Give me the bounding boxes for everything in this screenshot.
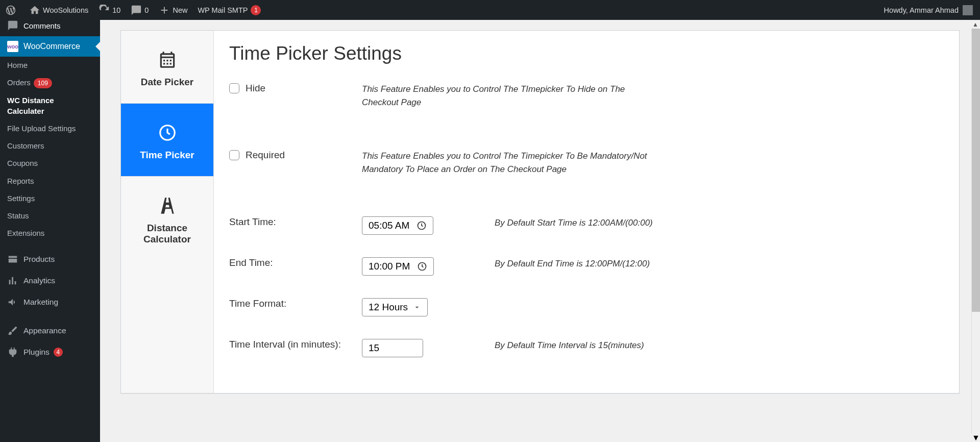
submenu-customers[interactable]: Customers xyxy=(0,137,100,155)
sidebar-label: Products xyxy=(23,255,55,264)
wp-mail-smtp-link[interactable]: WP Mail SMTP 1 xyxy=(192,0,266,20)
submenu-status[interactable]: Status xyxy=(0,207,100,225)
start-time-value: 05:05 AM xyxy=(369,220,409,231)
clock-icon xyxy=(416,220,427,231)
tab-label: Time Picker xyxy=(126,150,208,161)
updates-count: 10 xyxy=(112,6,120,14)
submenu-reports[interactable]: Reports xyxy=(0,173,100,190)
tab-label: Date Picker xyxy=(126,77,208,88)
required-help: This Feature Enables you to Control The … xyxy=(362,150,648,176)
calendar-icon xyxy=(158,50,177,69)
row-start-time: Start Time: 05:05 AM By Default Start Ti… xyxy=(229,196,944,250)
updates-link[interactable]: 10 xyxy=(93,0,126,20)
start-time-label: Start Time: xyxy=(229,216,362,228)
end-time-value: 10:00 PM xyxy=(369,261,410,272)
sidebar-label: WooCommerce xyxy=(23,42,80,51)
time-interval-input[interactable]: 15 xyxy=(362,339,423,357)
sidebar-item-analytics[interactable]: Analytics xyxy=(0,270,100,291)
submenu-home[interactable]: Home xyxy=(0,57,100,74)
sidebar-item-comments[interactable]: Comments xyxy=(0,20,100,36)
settings-tabs: Date Picker Time Picker Distance Calcula… xyxy=(121,31,214,393)
submenu-file-upload[interactable]: File Upload Settings xyxy=(0,120,100,137)
row-hide: Hide This Feature Enables you to Control… xyxy=(229,76,944,129)
row-required: Required This Feature Enables you to Con… xyxy=(229,129,944,196)
submenu-extensions[interactable]: Extensions xyxy=(0,225,100,242)
plugins-badge: 4 xyxy=(54,348,63,357)
orders-badge: 109 xyxy=(34,78,52,88)
sidebar-item-products[interactable]: Products xyxy=(0,249,100,270)
submenu-settings[interactable]: Settings xyxy=(0,190,100,207)
row-time-interval: Time Interval (in minutes): 15 By Defaul… xyxy=(229,332,944,373)
start-time-help: By Default Start Time is 12:00AM/(00:00) xyxy=(495,216,780,230)
hide-label: Hide xyxy=(246,83,265,94)
settings-panel: Time Picker Settings Hide This Feature E… xyxy=(214,31,959,393)
row-time-format: Time Format: 12 Hours xyxy=(229,291,944,332)
clock-icon xyxy=(417,261,427,272)
end-time-input[interactable]: 10:00 PM xyxy=(362,257,434,276)
wp-mail-badge: 1 xyxy=(251,5,261,15)
tab-distance-calculator[interactable]: Distance Calculator xyxy=(121,177,213,260)
time-format-value: 12 Hours xyxy=(369,302,408,313)
greeting-text: Howdy, Ammar Ahmad xyxy=(884,6,959,14)
sidebar-item-plugins[interactable]: Plugins 4 xyxy=(0,341,100,363)
site-name: WooSolutions xyxy=(43,6,88,14)
comments-count: 0 xyxy=(144,6,149,14)
chevron-down-icon xyxy=(413,303,421,311)
submenu-coupons[interactable]: Coupons xyxy=(0,155,100,172)
admin-bar: WooSolutions 10 0 New WP Mail SMTP 1 How… xyxy=(0,0,980,20)
required-label: Required xyxy=(246,150,285,161)
scrollbar[interactable]: ▼ xyxy=(971,29,980,433)
scroll-down-arrow[interactable]: ▼ xyxy=(972,433,980,442)
time-format-select[interactable]: 12 Hours xyxy=(362,298,428,316)
brush-icon xyxy=(7,325,18,336)
sidebar-item-woocommerce[interactable]: woo WooCommerce xyxy=(0,36,100,57)
submenu-orders[interactable]: Orders109 xyxy=(0,74,100,92)
tab-time-picker[interactable]: Time Picker xyxy=(121,104,213,177)
road-icon xyxy=(158,196,177,215)
home-icon xyxy=(29,5,40,16)
account-menu[interactable]: Howdy, Ammar Ahmad xyxy=(884,0,980,20)
time-format-label: Time Format: xyxy=(229,298,362,309)
new-label: New xyxy=(173,6,187,14)
settings-card: Date Picker Time Picker Distance Calcula… xyxy=(120,30,960,394)
new-link[interactable]: New xyxy=(154,0,192,20)
time-interval-value: 15 xyxy=(369,342,379,353)
sidebar-label: Marketing xyxy=(23,298,58,307)
sidebar-label: Analytics xyxy=(23,276,55,285)
tab-date-picker[interactable]: Date Picker xyxy=(121,31,213,104)
analytics-icon xyxy=(7,275,18,286)
sidebar-item-marketing[interactable]: Marketing xyxy=(0,291,100,313)
avatar xyxy=(963,5,973,15)
main-content: ▲ Date Picker Time Picker Distance Calcu… xyxy=(100,20,980,442)
wordpress-icon xyxy=(5,5,16,16)
scroll-up-arrow[interactable]: ▲ xyxy=(971,20,980,29)
sidebar-label: Appearance xyxy=(23,326,66,335)
panel-title: Time Picker Settings xyxy=(229,43,944,64)
admin-sidebar: Comments woo WooCommerce Home Orders109 … xyxy=(0,20,100,442)
sidebar-item-appearance[interactable]: Appearance xyxy=(0,320,100,341)
scrollbar-thumb[interactable] xyxy=(972,29,980,312)
wp-mail-label: WP Mail SMTP xyxy=(198,6,248,14)
clock-icon xyxy=(158,123,177,142)
comments-link[interactable]: 0 xyxy=(126,0,154,20)
wp-logo[interactable] xyxy=(0,0,24,20)
time-interval-help: By Default Time Interval is 15(minutes) xyxy=(495,339,780,352)
end-time-help: By Default End Time is 12:00PM/(12:00) xyxy=(495,257,780,271)
megaphone-icon xyxy=(7,297,18,308)
comment-icon xyxy=(131,5,142,16)
comment-icon xyxy=(7,20,18,31)
required-checkbox[interactable] xyxy=(229,150,239,160)
site-link[interactable]: WooSolutions xyxy=(24,0,93,20)
time-interval-label: Time Interval (in minutes): xyxy=(229,339,362,350)
plus-icon xyxy=(159,5,170,16)
tab-label: Distance Calculator xyxy=(126,223,208,245)
hide-checkbox[interactable] xyxy=(229,83,239,93)
end-time-label: End Time: xyxy=(229,257,362,268)
woocommerce-submenu: Home Orders109 WC Distance Calculater Fi… xyxy=(0,57,100,242)
sidebar-label: Comments xyxy=(23,21,61,30)
submenu-wc-distance-calculater[interactable]: WC Distance Calculater xyxy=(0,92,100,120)
row-end-time: End Time: 10:00 PM By Default End Time i… xyxy=(229,250,944,291)
plug-icon xyxy=(7,347,18,358)
refresh-icon xyxy=(99,5,110,16)
start-time-input[interactable]: 05:05 AM xyxy=(362,216,433,235)
